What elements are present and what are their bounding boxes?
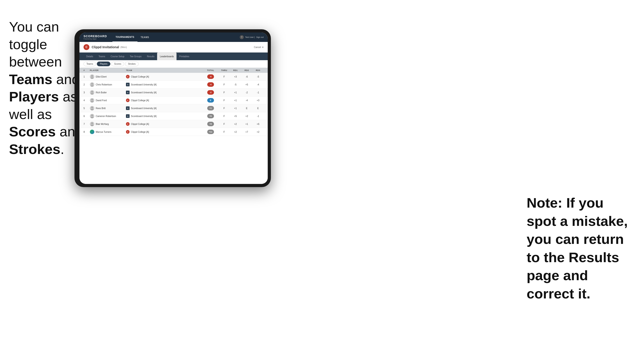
- nav-tournaments[interactable]: TOURNAMENTS: [112, 32, 138, 42]
- player-cell: Rees Britt: [90, 106, 126, 110]
- svg-point-1: [91, 75, 93, 77]
- col-rd1: RD1: [230, 69, 241, 71]
- rd3: +6: [252, 123, 264, 125]
- team-cell: C Clippd College [A]: [126, 130, 203, 134]
- rd3: E: [252, 107, 264, 110]
- tab-printables[interactable]: Printables: [176, 52, 192, 60]
- tab-course-setup[interactable]: Course Setup: [108, 52, 127, 60]
- rd2: +1: [241, 123, 252, 125]
- svg-point-6: [90, 93, 94, 95]
- tournament-title: Clippd Invitational: [92, 45, 119, 49]
- col-thru: THRU: [218, 69, 230, 71]
- svg-point-12: [90, 117, 94, 118]
- annotation-left-text: You can toggle between Teams and Players…: [9, 19, 83, 157]
- svg-point-7: [91, 99, 93, 101]
- team-name: Clippd College [A]: [131, 75, 149, 78]
- score-badge: +6: [207, 114, 214, 118]
- svg-point-5: [91, 91, 93, 93]
- avatar: [90, 114, 94, 118]
- col-player: PLAYER: [90, 69, 126, 71]
- cancel-button[interactable]: Cancel ✕: [254, 46, 264, 48]
- rd2: +7: [241, 131, 252, 133]
- player-name: David Ford: [96, 99, 107, 102]
- rank: 5: [84, 107, 90, 110]
- player-cell: Chris Robertson: [90, 82, 126, 87]
- table-row: 4 David Ford C Clippd College [A] E F +1…: [80, 96, 268, 104]
- tab-results[interactable]: Results: [144, 52, 157, 60]
- rank: 6: [84, 115, 90, 117]
- rank: 1: [84, 75, 90, 78]
- tab-teams[interactable]: Teams: [96, 52, 108, 60]
- tab-details[interactable]: Details: [84, 52, 96, 60]
- svg-point-10: [90, 109, 94, 110]
- avatar: [90, 106, 94, 110]
- rd2: E: [241, 107, 252, 110]
- annotation-left: You can toggle between Teams and Players…: [9, 18, 86, 158]
- thru: F: [218, 123, 230, 125]
- team-name: Scoreboard University [A]: [131, 91, 156, 94]
- ipad-screen: SCOREBOARD Powered by clippd TOURNAMENTS…: [80, 32, 268, 184]
- col-rank: #: [84, 69, 90, 71]
- user-icon: T: [240, 35, 244, 39]
- rd3: +3: [252, 99, 264, 102]
- col-team: TEAM: [126, 69, 203, 71]
- avatar: [90, 122, 94, 126]
- rd3: +2: [252, 131, 264, 133]
- score-badge: +9: [207, 122, 214, 126]
- logo-area: SCOREBOARD Powered by clippd: [84, 35, 107, 40]
- score-badge: E: [207, 98, 214, 103]
- svg-point-11: [91, 115, 93, 116]
- table-row: 6 Cameron Robertson S Scoreboard Univers…: [80, 112, 268, 120]
- sub-tab-scores[interactable]: Scores: [111, 62, 124, 66]
- rd2: -6: [241, 75, 252, 78]
- score-badge: +1: [207, 106, 214, 110]
- team-cell: C Clippd College [A]: [126, 122, 203, 126]
- total-cell: +6: [203, 114, 218, 118]
- user-area: T Test User | Sign out: [240, 35, 264, 39]
- tab-leaderboards[interactable]: Leaderboards: [157, 52, 176, 60]
- tab-tee-groups[interactable]: Tee Groups: [127, 52, 144, 60]
- player-name: Cameron Robertson: [96, 115, 116, 117]
- avatar: [90, 98, 94, 103]
- sub-tab-teams[interactable]: Teams: [84, 62, 96, 66]
- annotation-right-text: Note: If you spot a mistake, you can ret…: [526, 195, 628, 301]
- team-name: Clippd College [A]: [131, 131, 149, 133]
- rank: 2: [84, 83, 90, 86]
- score-badge: +11: [207, 130, 214, 134]
- team-icon-s: S: [126, 106, 130, 110]
- player-name: Blair McHarg: [96, 123, 109, 125]
- table-row: 5 Rees Britt S Scoreboard University [A]…: [80, 104, 268, 112]
- rd3: -5: [252, 75, 264, 78]
- close-icon: ✕: [262, 46, 264, 48]
- sub-tab-strokes[interactable]: Strokes: [125, 62, 138, 66]
- svg-point-9: [91, 107, 93, 108]
- rd1: +2: [230, 131, 241, 133]
- score-badge: -8: [207, 74, 214, 79]
- sub-tab-players[interactable]: Players: [97, 62, 110, 66]
- player-cell: Rich Butler: [90, 90, 126, 95]
- player-name: Elliot Ebert: [96, 75, 106, 78]
- col-rd3: RD3: [252, 69, 264, 71]
- nav-teams[interactable]: TEAMS: [138, 32, 152, 42]
- sub-tabs: Teams Players Scores Strokes: [80, 60, 268, 68]
- total-cell: -8: [203, 74, 218, 79]
- team-cell: C Clippd College [A]: [126, 99, 203, 102]
- team-icon-c: C: [126, 130, 130, 134]
- team-icon-c: C: [126, 99, 130, 102]
- table-row: 8 Marcus Turners C Clippd College [A] +1…: [80, 128, 268, 136]
- player-name: Marcus Turners: [96, 131, 111, 133]
- leaderboard-table: # PLAYER TEAM TOTAL THRU RD1 RD2 RD3 1 E…: [80, 68, 268, 184]
- sign-out-link[interactable]: Sign out: [256, 36, 264, 38]
- rank: 3: [84, 91, 90, 94]
- rank: 8: [84, 131, 90, 133]
- top-nav: SCOREBOARD Powered by clippd TOURNAMENTS…: [80, 32, 268, 42]
- tournament-icon: C: [84, 44, 90, 50]
- player-name: Rees Britt: [96, 107, 106, 110]
- rd3: -1: [252, 91, 264, 94]
- thru: F: [218, 99, 230, 102]
- team-name: Scoreboard University [A]: [131, 115, 156, 117]
- rd2: +5: [241, 83, 252, 86]
- ipad-frame: SCOREBOARD Powered by clippd TOURNAMENTS…: [74, 29, 271, 187]
- svg-point-8: [90, 101, 94, 103]
- table-row: 1 Elliot Ebert C Clippd College [A] -8 F…: [80, 73, 268, 81]
